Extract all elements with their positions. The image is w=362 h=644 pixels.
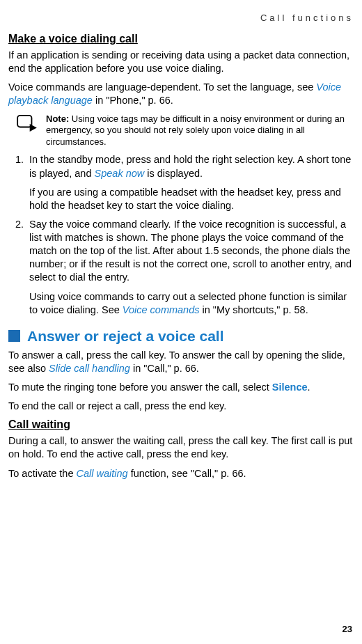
text-fragment: Say the voice command clearly. If the vo… [29, 219, 352, 283]
link-speak-now[interactable]: Speak now [95, 168, 145, 179]
svg-rect-0 [17, 115, 31, 127]
link-silence[interactable]: Silence [272, 382, 308, 393]
page-number: 23 [343, 624, 352, 634]
text-fragment: in "My shortcuts," p. 58. [200, 304, 308, 315]
note-body: Using voice tags may be difficult in a n… [46, 113, 345, 147]
text-fragment: To activate the [8, 468, 77, 479]
link-call-waiting[interactable]: Call waiting [77, 468, 128, 479]
section-heading-answer-reject: Answer or reject a voice call [8, 328, 354, 345]
paragraph: To end the call or reject a call, press … [8, 400, 354, 413]
list-item: In the standby mode, press and hold the … [26, 153, 354, 212]
svg-marker-1 [30, 123, 37, 131]
note-block: Note: Using voice tags may be difficult … [8, 113, 354, 148]
link-slide-call-handling[interactable]: Slide call handling [49, 363, 130, 374]
section-title-voice-dialing: Make a voice dialing call [8, 33, 354, 45]
paragraph: To activate the Call waiting function, s… [8, 467, 354, 480]
note-text: Note: Using voice tags may be difficult … [46, 113, 354, 148]
text-fragment: in "Call," p. 66. [130, 363, 199, 374]
text-fragment: in "Phone," p. 66. [93, 95, 173, 106]
list-item: Say the voice command clearly. If the vo… [26, 218, 354, 317]
sub-paragraph: Using voice commands to carry out a sele… [29, 290, 354, 317]
text-fragment: . [308, 382, 310, 393]
sub-paragraph: If you are using a compatible headset wi… [29, 186, 354, 212]
paragraph: To answer a call, press the call key. To… [8, 349, 354, 375]
paragraph: Voice commands are language-dependent. T… [8, 81, 354, 107]
section-title-call-waiting: Call waiting [8, 418, 354, 431]
paragraph: During a call, to answer the waiting cal… [8, 434, 354, 461]
section-heading-text: Answer or reject a voice call [27, 328, 223, 345]
note-icon [17, 113, 39, 134]
link-voice-commands[interactable]: Voice commands [123, 304, 200, 315]
text-fragment: To mute the ringing tone before you answ… [8, 382, 272, 393]
note-label: Note: [46, 113, 69, 124]
square-bullet-icon [8, 330, 20, 342]
paragraph: To mute the ringing tone before you answ… [8, 381, 354, 394]
text-fragment: Voice commands are language-dependent. T… [8, 81, 316, 93]
text-fragment: is displayed. [144, 168, 203, 179]
paragraph: If an application is sending or receivin… [8, 49, 354, 75]
text-fragment: function, see "Call," p. 66. [128, 468, 246, 479]
numbered-list: In the standby mode, press and hold the … [8, 153, 354, 316]
running-header: Call functions [8, 13, 354, 23]
